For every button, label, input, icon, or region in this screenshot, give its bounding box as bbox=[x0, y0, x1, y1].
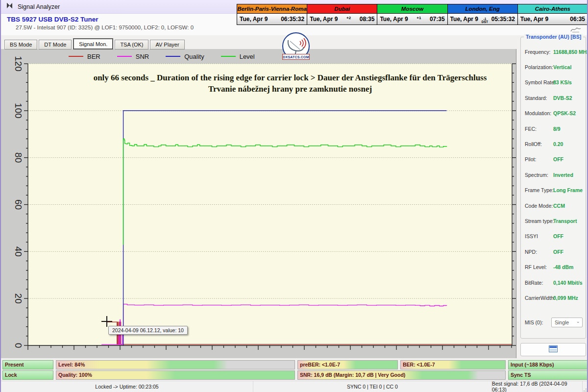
monitor-bar-snr: SNR: 16,9 dB (Margin: 10,7 dB | Very Goo… bbox=[297, 370, 506, 380]
legend-item-level: Level bbox=[221, 53, 255, 60]
transponder-row-fec: FEC:8/9 bbox=[521, 121, 586, 136]
y-axis-label: 80 bbox=[13, 152, 24, 163]
chart-legend: BERSNRQualityLevel bbox=[69, 51, 255, 61]
signal-analyzer-window: Signal Analyzer TBS 5927 USB DVB-S2 Tune… bbox=[0, 0, 588, 392]
tab-bs-mode[interactable]: BS Mode bbox=[4, 40, 37, 49]
transponder-label: Frequency: bbox=[525, 49, 553, 55]
transponder-label: Frame Type: bbox=[525, 187, 553, 193]
tab-tsa-ok[interactable]: TSA (OK) bbox=[115, 40, 148, 49]
transponder-row-code-mode: Code Mode:CCM bbox=[521, 198, 586, 213]
signal-chart[interactable]: 020406080100120 bbox=[1, 49, 516, 358]
dxsatcs-label: DXSATCS.COM bbox=[282, 54, 310, 60]
transponder-row-bitrate: BitRate:0,140 Mbit/s bbox=[521, 275, 586, 290]
legend-item-quality: Quality bbox=[166, 53, 204, 60]
legend-item-snr: SNR bbox=[117, 53, 149, 60]
transponder-label: Spectrum: bbox=[525, 172, 553, 178]
chart-tooltip: 2024-04-09 06.12.12, value: 10 bbox=[108, 326, 188, 335]
transponder-row-rolloff: RollOff:0.20 bbox=[521, 136, 586, 151]
clock-utc-offset: +2 bbox=[346, 16, 351, 20]
y-axis-label: 40 bbox=[13, 246, 24, 257]
transponder-row-standard: Standard:DVB-S2 bbox=[521, 90, 586, 105]
legend-item-ber: BER bbox=[69, 53, 100, 60]
clock-time-row: Tue, Apr 906:35:32 bbox=[237, 14, 307, 24]
tab-av-player[interactable]: AV Player bbox=[150, 40, 184, 49]
transponder-label: Modulation: bbox=[525, 110, 553, 116]
transponder-panel: Transponder (AU) [BS] Frequency:11688,85… bbox=[520, 37, 586, 339]
transponder-rows: Frequency:11688,850 MHzPolarization:Vert… bbox=[521, 44, 586, 306]
clock-date: Tue, Apr 9 bbox=[380, 16, 408, 23]
legend-swatch bbox=[117, 56, 132, 57]
transponder-label: Symbol Rate: bbox=[525, 79, 553, 85]
transponder-value: 0,099 MHz bbox=[553, 295, 578, 301]
tuner-name: TBS 5927 USB DVB-S2 Tuner bbox=[7, 16, 98, 23]
clock-time: 05:35:32 bbox=[491, 16, 515, 23]
clock-london-eng: London, EngTue, Apr 9-1DST05:35:32 bbox=[448, 4, 518, 24]
y-axis-label: 0 bbox=[13, 343, 24, 348]
transponder-value: Transport bbox=[553, 218, 577, 224]
world-clocks: Berlin-Paris-Vienna-RomaTue, Apr 906:35:… bbox=[237, 4, 588, 25]
y-axis-label: 60 bbox=[13, 199, 24, 210]
chart-annotation: only 66 seconds _ Duration of the rising… bbox=[45, 72, 535, 95]
transponder-row-stream-type: Stream type:Transport bbox=[521, 213, 586, 228]
tab-dt-mode[interactable]: DT Mode bbox=[39, 40, 72, 49]
transponder-value: QPSK-S2 bbox=[553, 110, 576, 116]
transponder-value: 83 KS/s bbox=[553, 79, 572, 85]
clock-offset: +1 bbox=[408, 16, 430, 23]
dxsatcs-logo: DXSATCS.COM bbox=[282, 32, 310, 64]
transponder-row-issyi: ISSYIOFF bbox=[521, 229, 586, 244]
app-icon bbox=[6, 2, 13, 11]
legend-swatch bbox=[166, 56, 180, 57]
resize-grip[interactable] bbox=[583, 386, 588, 392]
transponder-label: Stream type: bbox=[525, 218, 553, 224]
transponder-value: 8/9 bbox=[553, 126, 561, 132]
transponder-row-npd: NPD:OFF bbox=[521, 244, 586, 259]
clock-cairo-athens: Cairo-AthensTue, Apr 906:35 bbox=[518, 4, 588, 24]
transponder-label: FEC: bbox=[525, 126, 553, 132]
clock-utc-offset: +1 bbox=[416, 16, 421, 20]
monitor-bar-preber: preBER: <1.0E-7 bbox=[297, 360, 398, 369]
clock-date: Tue, Apr 9 bbox=[450, 16, 478, 23]
signal-chart-panel[interactable]: 020406080100120 BERSNRQualityLevel only … bbox=[1, 49, 516, 358]
clock-city-label: Cairo-Athens bbox=[518, 4, 588, 14]
clock-time: 07:35 bbox=[430, 16, 445, 23]
status-best-signal: Best signal: 17,6 dB (2024-04-09 06:13) bbox=[492, 381, 583, 392]
clock-time: 08:35 bbox=[360, 16, 375, 23]
legend-label: Level bbox=[240, 53, 255, 60]
clock-date: Tue, Apr 9 bbox=[240, 16, 268, 23]
clock-time: 06:35 bbox=[570, 16, 585, 23]
mis-dropdown[interactable]: Single ⌄ bbox=[551, 318, 583, 327]
clock-time-row: Tue, Apr 9+107:35 bbox=[377, 14, 447, 24]
transponder-label: NPD: bbox=[525, 249, 553, 255]
y-axis-label: 100 bbox=[13, 103, 24, 119]
monitor-bar-quality: Quality: 100% bbox=[56, 370, 295, 380]
legend-label: BER bbox=[87, 53, 100, 60]
tuner-details: 27.5W - Intelsat 907 (ID: 3325) @ LOF1: … bbox=[16, 24, 194, 30]
tab-signal-mon[interactable]: Signal Mon. bbox=[73, 38, 113, 49]
monitor-bar-lock: Lock bbox=[2, 370, 53, 380]
monitor-bar-present: Present bbox=[2, 360, 53, 369]
signature-icon bbox=[569, 25, 582, 35]
chevron-down-icon: ⌄ bbox=[576, 318, 580, 324]
clock-date: Tue, Apr 9 bbox=[520, 16, 548, 23]
tab-bar: BS ModeDT ModeSignal Mon.TSA (OK)AV Play… bbox=[4, 38, 185, 49]
transponder-label: RollOff: bbox=[525, 141, 553, 147]
transponder-value: DVB-S2 bbox=[553, 95, 572, 101]
transponder-label: ISSYI bbox=[525, 233, 553, 239]
window-title: Signal Analyzer bbox=[18, 3, 60, 10]
mis-value: Single bbox=[555, 319, 569, 325]
status-sync: SYNC 0 | TEI 0 | CC 0 bbox=[253, 381, 492, 392]
clock-date: Tue, Apr 9 bbox=[310, 16, 338, 23]
transponder-list-button[interactable] bbox=[520, 343, 586, 356]
transponder-value: -48 dBm bbox=[553, 264, 573, 270]
transponder-value: 0.20 bbox=[553, 141, 563, 147]
clock-time-row: Tue, Apr 906:35 bbox=[518, 14, 588, 24]
transponder-value: OFF bbox=[553, 156, 564, 162]
transponder-row-modulation: Modulation:QPSK-S2 bbox=[521, 106, 586, 121]
y-axis-label: 120 bbox=[13, 56, 24, 72]
transponder-row-rf-level: RF Level:-48 dBm bbox=[521, 259, 586, 274]
monitor-row-1: PresentLevel: 84%preBER: <1.0E-7BER: <1.… bbox=[1, 360, 588, 369]
monitor-bar-sync-ts: Sync TS bbox=[508, 370, 588, 380]
transponder-row-polarization: Polarization:Vertical bbox=[521, 59, 586, 74]
clock-moscow: MoscowTue, Apr 9+107:35 bbox=[377, 4, 447, 24]
legend-swatch bbox=[221, 56, 236, 57]
